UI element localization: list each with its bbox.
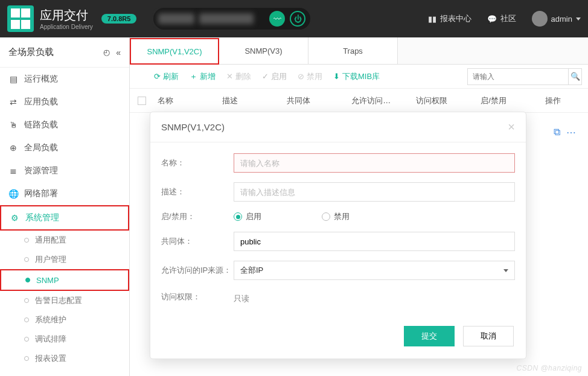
scenario-icon[interactable]: ◴ (103, 48, 110, 57)
dashboard-icon: ▤ (8, 74, 18, 84)
cancel-label: 取消 (481, 331, 496, 342)
delete-button[interactable]: ✕ 删除 (226, 71, 251, 82)
add-button[interactable]: ＋ 新增 (190, 71, 216, 82)
gear-icon: ⚙ (10, 213, 19, 223)
sidebar-item-resource[interactable]: ≣ 资源管理 (0, 159, 129, 182)
sidebar-item-globalload[interactable]: ⊕ 全局负载 (0, 136, 129, 159)
tab-snmp-v3[interactable]: SNMP(V3) (219, 37, 308, 64)
sidebar-item-network[interactable]: 🌐 网络部署 (0, 182, 129, 205)
dialog-title: SNMP(V1,V2C) (161, 122, 225, 132)
sidebar-sub-maintain[interactable]: 系统维护 (0, 310, 129, 330)
watermark: CSDN @hanziqing (517, 364, 582, 372)
label-ipsource: 允许访问的IP来源： (161, 265, 234, 276)
ipsource-select[interactable]: 全部IP (234, 261, 515, 280)
chart-bar-icon: ▮▮ (428, 14, 436, 24)
search-input[interactable] (468, 72, 568, 81)
bullet-icon (24, 337, 29, 342)
download-mib-button[interactable]: ⬇ 下载MIB库 (333, 71, 380, 82)
sidebar-item-linkload[interactable]: 🖱 链路负载 (0, 113, 129, 136)
community-link[interactable]: 💬 社区 (487, 13, 516, 24)
bullet-icon (24, 317, 29, 322)
sidebar-item-apploadbalance[interactable]: ⇄ 应用负载 (0, 91, 129, 113)
copy-icon[interactable]: ⧉ (554, 127, 560, 138)
dialog-body: 名称： 描述： 启/禁用： 启用 禁用 (150, 142, 526, 319)
bullet-icon (24, 257, 29, 262)
sidebar-sub-report[interactable]: 报表设置 (0, 349, 129, 368)
sidebar-item-label: 系统管理 (25, 212, 59, 223)
close-icon[interactable]: × (508, 120, 515, 134)
radio-disable[interactable]: 禁用 (322, 211, 350, 222)
report-center-label: 报表中心 (440, 13, 471, 24)
submit-button[interactable]: 提交 (404, 326, 455, 346)
shuffle-icon: ⇄ (8, 97, 18, 107)
sidebar-item-label: 应用负载 (24, 97, 58, 107)
th-actions: 操作 (542, 95, 588, 106)
search-icon[interactable]: 🔍 (568, 69, 581, 84)
power-icon[interactable]: ⏻ (290, 11, 305, 27)
tab-traps[interactable]: Traps (308, 37, 398, 64)
row-actions: ⧉ ⋯ (554, 127, 576, 138)
chevron-down-icon (503, 269, 508, 272)
th-allowed: 允许访问… (348, 95, 412, 106)
disable-button[interactable]: ⊘ 禁用 (298, 71, 322, 82)
download-label: 下载MIB库 (342, 71, 380, 82)
stack-icon: ≣ (8, 166, 18, 176)
tab-label: SNMP(V3) (244, 46, 282, 56)
radio-enable[interactable]: 启用 (234, 211, 261, 222)
select-all-checkbox[interactable] (130, 97, 154, 105)
permission-value: 只读 (234, 290, 515, 304)
th-enable: 启/禁用 (477, 95, 542, 106)
table-header: 名称 描述 共同体 允许访问… 访问权限 启/禁用 操作 (130, 89, 588, 113)
form-row-ipsource: 允许访问的IP来源： 全部IP (161, 261, 515, 280)
sidebar-sub-label: 用户管理 (35, 254, 66, 265)
avatar-icon (532, 11, 548, 27)
form-row-desc: 描述： (161, 182, 515, 202)
name-input[interactable] (234, 153, 515, 173)
submit-label: 提交 (421, 331, 437, 342)
app-title-cn: 应用交付 (40, 7, 93, 24)
plus-icon: ＋ (190, 71, 197, 82)
th-name: 名称 (154, 95, 219, 106)
user-menu[interactable]: admin (532, 11, 581, 27)
username-label: admin (551, 14, 572, 24)
refresh-label: 刷新 (163, 71, 179, 82)
desc-input[interactable] (234, 182, 515, 202)
enable-button[interactable]: ✓ 启用 (262, 71, 287, 82)
sidebar-sub-general[interactable]: 通用配置 (0, 231, 129, 250)
blurred-text (199, 13, 254, 24)
refresh-button[interactable]: ⟳ 刷新 (154, 71, 179, 82)
sidebar-item-label: 资源管理 (24, 165, 58, 176)
sidebar-item-system[interactable]: ⚙ 系统管理 (1, 206, 128, 229)
delete-label: 删除 (235, 71, 251, 82)
globe-icon: ⊕ (8, 143, 18, 153)
sidebar-sub-debug[interactable]: 调试排障 (0, 330, 129, 349)
disable-label: 禁用 (307, 71, 322, 82)
sidebar-sub-label: 系统维护 (35, 314, 66, 325)
mouse-icon: 🖱 (8, 120, 18, 130)
label-enable: 启/禁用： (161, 211, 234, 222)
pulse-icon[interactable]: 〰 (269, 11, 285, 27)
tab-label: Traps (343, 46, 363, 56)
check-icon: ✓ (262, 72, 269, 81)
label-community: 共同体： (161, 236, 234, 247)
bullet-icon (25, 278, 30, 282)
download-icon: ⬇ (333, 72, 340, 81)
community-input[interactable] (234, 232, 515, 251)
sidebar-collapse-icon[interactable]: « (116, 48, 121, 57)
report-center-link[interactable]: ▮▮ 报表中心 (428, 13, 471, 24)
sidebar-sub-user[interactable]: 用户管理 (0, 250, 129, 269)
dialog-footer: 提交 取消 (150, 319, 526, 358)
sidebar-sub-snmp[interactable]: SNMP (1, 270, 128, 290)
sidebar-item-label: 链路负载 (24, 119, 58, 130)
sidebar-sub-alarm[interactable]: 告警日志配置 (0, 291, 129, 310)
blurred-text (158, 13, 194, 24)
sidebar-item-overview[interactable]: ▤ 运行概览 (0, 68, 129, 91)
tab-snmp-v1v2c[interactable]: SNMP(V1,V2C) (130, 38, 219, 65)
snmp-create-dialog: SNMP(V1,V2C) × 名称： 描述： 启/禁用： 启用 (150, 112, 526, 359)
cancel-button[interactable]: 取消 (463, 326, 514, 346)
app-title: 应用交付 Application Delivery (40, 7, 93, 30)
more-icon[interactable]: ⋯ (566, 127, 576, 138)
sidebar-sub-label: 调试排障 (35, 334, 66, 345)
th-permission: 访问权限 (412, 95, 477, 106)
version-badge: 7.0.8R5 (101, 14, 137, 24)
